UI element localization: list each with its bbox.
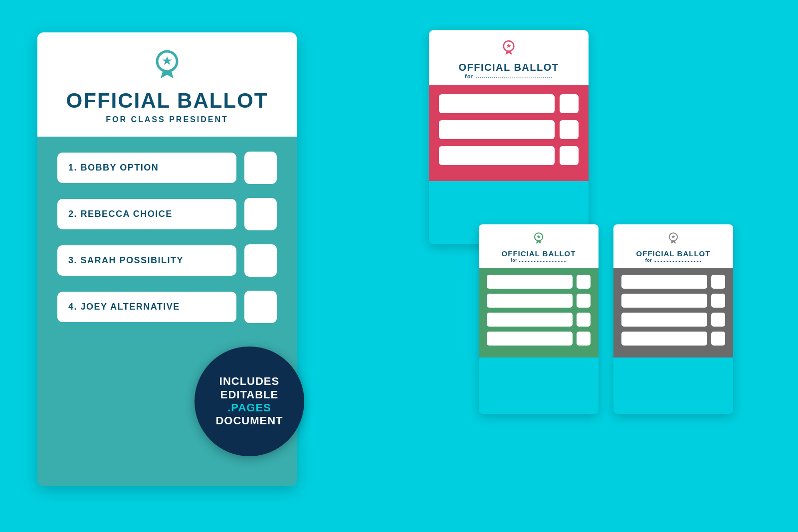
green-checkbox-4[interactable] (577, 332, 591, 346)
red-checkbox-1[interactable] (560, 94, 579, 113)
grey-row-3 (621, 313, 725, 327)
promo-line-editable: EDITABLE (220, 388, 278, 401)
grey-ballot-body (613, 268, 733, 357)
promo-circle: INCLUDES EDITABLE .PAGES DOCUMENT (195, 347, 304, 456)
grey-name-3 (621, 313, 707, 327)
main-ballot-header: OFFICIAL BALLOT FOR CLASS PRESIDENT (37, 32, 297, 137)
green-ballot: OFFICIAL BALLOT for ....................… (479, 224, 598, 414)
ballot-row-1: 1. BOBBY OPTION (57, 152, 277, 184)
green-checkbox-3[interactable] (577, 313, 591, 327)
promo-line-includes: INCLUDES (219, 375, 279, 388)
green-name-2 (487, 294, 573, 308)
grey-ballot-title: OFFICIAL BALLOT (619, 249, 727, 258)
grey-name-2 (621, 294, 707, 308)
svg-marker-5 (537, 235, 541, 238)
green-row-4 (487, 332, 591, 346)
award-icon-main (150, 47, 185, 82)
svg-marker-1 (163, 56, 172, 65)
red-checkbox-3[interactable] (560, 146, 579, 165)
candidate-3-box: 3. SARAH POSSIBILITY (57, 245, 236, 276)
grey-ballot: OFFICIAL BALLOT for ....................… (613, 224, 733, 414)
grey-ballot-header: OFFICIAL BALLOT for ....................… (613, 224, 733, 268)
grey-checkbox-2[interactable] (711, 294, 725, 308)
candidate-4-name: 4. JOEY ALTERNATIVE (68, 302, 180, 312)
red-ballot-for: for ....................................… (436, 73, 581, 79)
grey-name-1 (621, 275, 707, 289)
candidate-3-name: 3. SARAH POSSIBILITY (68, 255, 184, 265)
candidate-1-box: 1. BOBBY OPTION (57, 153, 236, 183)
grey-row-1 (621, 275, 725, 289)
ballot-row-3: 3. SARAH POSSIBILITY (57, 244, 277, 277)
grey-checkbox-1[interactable] (711, 275, 725, 289)
candidate-2-box: 2. REBECCA CHOICE (57, 199, 236, 229)
red-checkbox-2[interactable] (560, 120, 579, 139)
svg-marker-7 (671, 235, 675, 238)
award-icon-grey (619, 231, 727, 247)
red-row-3 (439, 146, 579, 165)
red-ballot-header: OFFICIAL BALLOT for ....................… (429, 30, 589, 85)
red-ballot-body (429, 85, 589, 181)
red-ballot-title: OFFICIAL BALLOT (436, 62, 581, 73)
green-checkbox-2[interactable] (577, 294, 591, 308)
green-row-1 (487, 275, 591, 289)
grey-name-4 (621, 332, 707, 346)
red-name-1 (439, 94, 555, 113)
green-name-4 (487, 332, 573, 346)
promo-line-document: DOCUMENT (215, 414, 283, 427)
green-checkbox-1[interactable] (577, 275, 591, 289)
green-ballot-for: for ................................ (485, 258, 593, 263)
green-ballot-body (479, 268, 598, 357)
award-icon-red (436, 39, 581, 59)
grey-checkbox-4[interactable] (711, 332, 725, 346)
candidate-2-checkbox[interactable] (244, 198, 277, 230)
grey-row-2 (621, 294, 725, 308)
grey-ballot-for: for ................................ (619, 258, 727, 263)
red-row-2 (439, 120, 579, 139)
svg-marker-3 (506, 43, 511, 48)
candidate-1-name: 1. BOBBY OPTION (68, 163, 159, 173)
green-name-1 (487, 275, 573, 289)
main-ballot-title: OFFICIAL BALLOT (47, 89, 287, 112)
ballot-row-2: 2. REBECCA CHOICE (57, 198, 277, 230)
grey-checkbox-3[interactable] (711, 313, 725, 327)
red-row-1 (439, 94, 579, 113)
candidate-3-checkbox[interactable] (244, 244, 277, 277)
grey-row-4 (621, 332, 725, 346)
red-name-3 (439, 146, 555, 165)
candidate-4-checkbox[interactable] (244, 291, 277, 323)
candidate-4-box: 4. JOEY ALTERNATIVE (57, 292, 236, 322)
promo-line-pages: .PAGES (227, 401, 271, 414)
main-ballot-subtitle: FOR CLASS PRESIDENT (47, 115, 287, 124)
green-name-3 (487, 313, 573, 327)
ballot-row-4: 4. JOEY ALTERNATIVE (57, 291, 277, 323)
award-icon-green (485, 231, 593, 247)
candidate-1-checkbox[interactable] (244, 152, 277, 184)
green-row-3 (487, 313, 591, 327)
green-row-2 (487, 294, 591, 308)
green-ballot-header: OFFICIAL BALLOT for ....................… (479, 224, 598, 268)
candidate-2-name: 2. REBECCA CHOICE (68, 209, 173, 219)
red-ballot: OFFICIAL BALLOT for ....................… (429, 30, 589, 244)
green-ballot-title: OFFICIAL BALLOT (485, 249, 593, 258)
red-name-2 (439, 120, 555, 139)
